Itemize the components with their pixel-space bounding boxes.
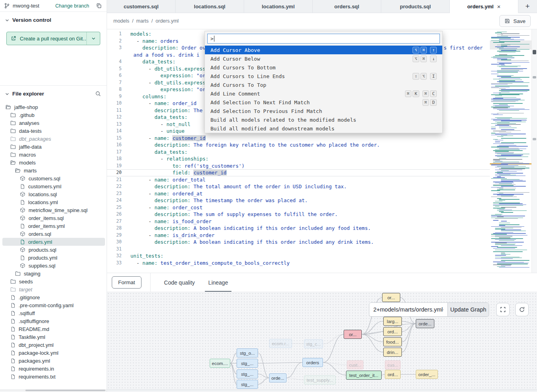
- lineage-node-ecomr[interactable]: ecom.r...: [269, 339, 292, 348]
- tab-orders.sql[interactable]: orders.sql: [313, 0, 381, 13]
- tree-item-dbt_packages[interactable]: dbt_packages: [2, 135, 105, 143]
- tree-item-requirements.txt[interactable]: requirements.txt: [2, 373, 105, 381]
- update-graph-button[interactable]: Update Graph: [447, 303, 489, 316]
- tab-locations.yml[interactable]: locations.yml: [244, 0, 313, 13]
- lineage-node-drin[interactable]: drin...: [383, 348, 402, 357]
- lineage-node-ord[interactable]: ord...: [385, 370, 401, 379]
- create-pr-button[interactable]: Create a pull request on Git…: [6, 32, 100, 45]
- change-branch-link[interactable]: Change branch: [55, 3, 89, 9]
- format-button[interactable]: Format: [112, 276, 141, 289]
- lineage-node-test_order_it[interactable]: test_order_it...: [346, 371, 382, 380]
- lineage-node-food[interactable]: food...: [383, 337, 402, 346]
- fullscreen-button[interactable]: [496, 303, 510, 316]
- search-icon[interactable]: [95, 91, 101, 97]
- tree-item-metricflow_time_spine.sql[interactable]: metricflow_time_spine.sql: [2, 206, 105, 214]
- save-button[interactable]: Save: [499, 15, 531, 27]
- command-item[interactable]: Add Cursors To Bottom: [205, 63, 442, 72]
- tree-item-Taskfile.yml[interactable]: Taskfile.yml: [2, 333, 105, 341]
- tab-locations.sql[interactable]: locations.sql: [176, 0, 244, 13]
- command-item[interactable]: Build all models related to the modified…: [205, 115, 442, 124]
- lineage-node-larg[interactable]: larg...: [383, 317, 402, 326]
- tree-item-customers.yml[interactable]: customers.yml: [2, 182, 105, 190]
- tab-products.sql[interactable]: products.sql: [381, 0, 450, 13]
- lineage-node-stg_o[interactable]: stg_o...: [237, 348, 258, 358]
- tab-customers.sql[interactable]: customers.sql: [107, 0, 176, 13]
- version-control-header[interactable]: Version control: [0, 12, 107, 26]
- tree-item-analyses[interactable]: analyses: [2, 119, 105, 127]
- command-item[interactable]: Add Selection To Next Find Match⌘D: [205, 98, 442, 107]
- tree-item-locations.yml[interactable]: locations.yml: [2, 198, 105, 206]
- tree-item-customers.sql[interactable]: customers.sql: [2, 174, 105, 182]
- lineage-node-order_[interactable]: order_...: [416, 370, 438, 379]
- lineage-node-stg_[interactable]: stg_...: [237, 380, 258, 389]
- copy-icon[interactable]: [96, 3, 102, 9]
- tree-item-.pre-commit-config.yaml[interactable]: .pre-commit-config.yaml: [2, 301, 105, 309]
- tree-item-package-lock.yml[interactable]: package-lock.yml: [2, 349, 105, 357]
- tree-item-marts[interactable]: marts: [2, 166, 105, 174]
- command-item[interactable]: Add Line Comment⌘K⌘C: [205, 89, 442, 98]
- tree-item-seeds[interactable]: seeds: [2, 277, 105, 285]
- panel-tab-lineage[interactable]: Lineage: [208, 273, 228, 292]
- tab-orders.yml[interactable]: orders.yml×: [450, 0, 518, 13]
- command-item[interactable]: Build all modified and downstream models: [205, 124, 442, 133]
- tree-item-.github[interactable]: .github: [2, 111, 105, 119]
- close-icon[interactable]: ×: [497, 3, 501, 10]
- command-item[interactable]: Add Selection To Previous Find Match: [205, 107, 442, 115]
- tree-item-jaffle-shop[interactable]: jaffle-shop: [2, 103, 105, 111]
- breadcrumb-part[interactable]: models: [113, 18, 129, 24]
- breadcrumb-part[interactable]: orders.yml: [156, 18, 179, 24]
- lineage-node-stg_[interactable]: stg_...: [237, 369, 258, 379]
- minimap[interactable]: [490, 29, 531, 273]
- tree-item-data-tests[interactable]: data-tests: [2, 127, 105, 135]
- lineage-node-stg_c[interactable]: stg_c...: [304, 339, 323, 348]
- tree-item-orders.sql[interactable]: orders.sql: [2, 230, 105, 238]
- panel-tab-code-quality[interactable]: Code quality: [164, 273, 195, 292]
- lineage-filter-input[interactable]: [369, 303, 447, 316]
- tree-item-requirements.in[interactable]: requirements.in: [2, 365, 105, 373]
- sidebar-hscrollbar[interactable]: [0, 389, 107, 392]
- command-input[interactable]: >: [207, 34, 440, 44]
- tree-item-models[interactable]: models: [2, 159, 105, 166]
- tree-item-.sqlfluffignore[interactable]: .sqlfluffignore: [2, 317, 105, 325]
- command-item[interactable]: Add Cursor Above⌥⌘↑: [205, 46, 442, 54]
- command-item[interactable]: Add Cursor Below⌥⌘↓: [205, 54, 442, 63]
- lineage-node-stg_[interactable]: stg_...: [237, 359, 258, 368]
- tree-item-.sqlfluff[interactable]: .sqlfluff: [2, 309, 105, 317]
- tree-item-macros[interactable]: macros: [2, 151, 105, 159]
- lineage-node-orde[interactable]: orde...: [416, 319, 434, 328]
- tree-item-products.sql[interactable]: products.sql: [2, 246, 105, 254]
- code-editor[interactable]: 1models:2 - name: orders3 description: O…: [107, 29, 537, 273]
- command-item[interactable]: Add Cursors to Line Ends⇧⌥I: [205, 72, 442, 80]
- tree-item-locations.sql[interactable]: locations.sql: [2, 190, 105, 198]
- lineage-node-or[interactable]: or...: [382, 293, 400, 302]
- create-pr-dropdown[interactable]: [87, 32, 100, 45]
- new-tab-button[interactable]: +: [518, 0, 537, 13]
- tree-item-order_items.sql[interactable]: order_items.sql: [2, 214, 105, 222]
- command-item[interactable]: Add Cursors To Top: [205, 80, 442, 89]
- lineage-node-cus[interactable]: cus...: [385, 360, 401, 369]
- tree-item-orders.yml[interactable]: orders.yml: [2, 238, 105, 246]
- tree-item-.gitignore[interactable]: .gitignore: [2, 293, 105, 301]
- lineage-hscrollbar[interactable]: [107, 389, 537, 392]
- tree-item-dbt_project.yml[interactable]: dbt_project.yml: [2, 341, 105, 349]
- refresh-button[interactable]: [515, 303, 529, 316]
- tree-item-README.md[interactable]: README.md: [2, 325, 105, 333]
- tree-item-jaffle-data[interactable]: jaffle-data: [2, 143, 105, 151]
- lineage-node-ord[interactable]: ord...: [383, 327, 402, 336]
- lineage-node-cust[interactable]: cust...: [347, 360, 363, 369]
- lineage-node-or[interactable]: or...: [344, 330, 362, 339]
- lineage-node-orde[interactable]: orde...: [269, 373, 287, 382]
- create-pr-button-main[interactable]: Create a pull request on Git…: [7, 32, 87, 45]
- breadcrumb-part[interactable]: marts: [136, 18, 149, 24]
- lineage-node-orders[interactable]: orders: [302, 358, 323, 367]
- tree-item-packages.yml[interactable]: packages.yml: [2, 357, 105, 365]
- tree-item-products.yml[interactable]: products.yml: [2, 254, 105, 262]
- editor-scrollbar[interactable]: [531, 29, 537, 273]
- tree-item-target[interactable]: target: [2, 285, 105, 293]
- lineage-node-ecom[interactable]: ecom....: [210, 359, 230, 368]
- file-explorer-header[interactable]: File explorer: [0, 86, 107, 100]
- tree-item-order_items.yml[interactable]: order_items.yml: [2, 222, 105, 230]
- tree-item-supplies.sql[interactable]: supplies.sql: [2, 262, 105, 270]
- tree-item-staging[interactable]: staging: [2, 270, 105, 277]
- lineage-node-test_supply[interactable]: test_supply...: [304, 375, 336, 384]
